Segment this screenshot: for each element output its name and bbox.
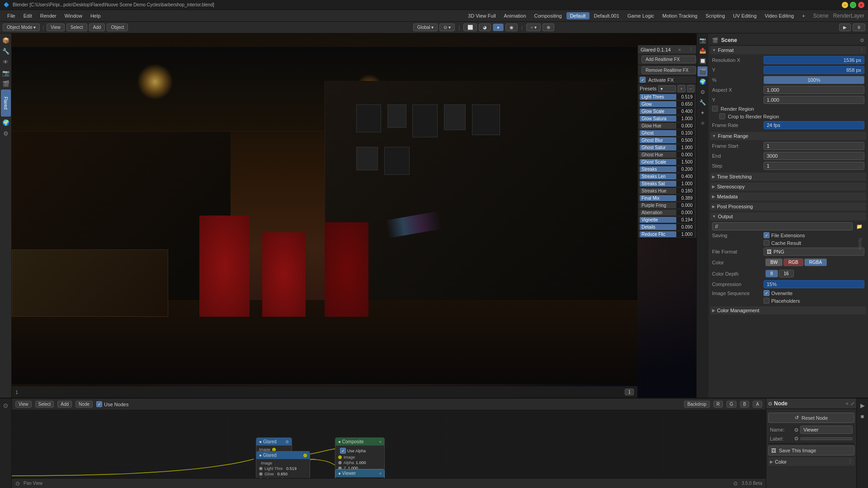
glared-row-label-9[interactable]: Ghost Scale <box>640 159 676 165</box>
node-canvas[interactable]: ● Glared ⚙ Image ● Glared <box>12 410 766 478</box>
view-icon[interactable]: 👁 <box>1 57 11 67</box>
menu-window[interactable]: Window <box>61 12 86 19</box>
glared-row-label-16[interactable]: Aberration <box>640 210 676 216</box>
color-rgba-button[interactable]: RGBA <box>804 258 827 266</box>
node-zoom-in-btn[interactable]: R <box>713 401 723 408</box>
glared-dots-icon[interactable]: ⋮ <box>689 47 693 52</box>
world-sidebar-icon[interactable]: 🌍 <box>1 117 11 127</box>
shading-solid[interactable]: ◕ <box>479 23 491 31</box>
glared-row-label-18[interactable]: Details <box>640 224 676 230</box>
composite-alpha-socket[interactable] <box>338 461 342 465</box>
prop-icon-physics[interactable]: ⚛ <box>698 118 708 128</box>
glared-row-label-14[interactable]: Final Mix <box>640 195 676 201</box>
scene-selector[interactable]: Scene <box>813 13 829 19</box>
glared-row-label-5[interactable]: Ghost <box>640 130 676 136</box>
workspace-animation[interactable]: Animation <box>500 12 530 19</box>
workspace-default001[interactable]: Default.001 <box>590 12 623 19</box>
glared-row-label-8[interactable]: Ghost Hue <box>640 152 676 158</box>
workspace-3dviewfull[interactable]: 3D View Full <box>464 12 500 19</box>
minimize-button[interactable]: − <box>842 2 848 8</box>
glared-row-label-6[interactable]: Ghost Blur <box>640 137 676 143</box>
res-pct-value[interactable]: 100% <box>764 76 864 84</box>
glared-row-label-11[interactable]: Streaks Len <box>640 174 676 179</box>
backdrop-btn[interactable]: Backdrop <box>684 401 709 408</box>
add-realtime-fx-button[interactable]: Add Realtime FX <box>642 56 696 63</box>
workspace-gamelogic[interactable]: Game Logic <box>624 12 658 19</box>
overlay-toggle[interactable]: ○ ▾ <box>526 23 541 31</box>
tool-icon[interactable]: 🔧 <box>1 46 11 56</box>
mode-selector[interactable]: Object Mode ▾ <box>3 23 40 31</box>
render-region-checkbox[interactable] <box>712 106 718 112</box>
color-management-header[interactable]: ▶ Color Management <box>710 306 866 314</box>
placeholders-checkbox[interactable] <box>764 298 769 304</box>
node-select-btn[interactable]: Select <box>35 401 54 408</box>
output-path-browse-icon[interactable]: 📁 <box>854 223 864 230</box>
glared-main-node[interactable]: ● Glared Image Light Thre 0.519 <box>256 451 310 478</box>
presets-dropdown[interactable]: ▾ <box>658 85 676 92</box>
cache-result-checkbox[interactable] <box>764 240 769 246</box>
glared-row-label-4[interactable]: Glow Hue <box>640 123 676 129</box>
glared-row-label-3[interactable]: Glow Satura <box>640 116 676 122</box>
node-node-btn[interactable]: Node <box>75 401 93 408</box>
depth-16-button[interactable]: 16 <box>779 270 794 277</box>
close-button[interactable]: × <box>858 2 864 8</box>
res-x-value[interactable]: 1536 px <box>764 56 864 64</box>
node-panel-close-icon[interactable]: × <box>846 401 849 406</box>
node-add-btn[interactable]: Add <box>57 401 72 408</box>
node-zoom-b-btn[interactable]: B <box>740 401 750 408</box>
frame-step-value[interactable]: 1 <box>764 162 864 170</box>
prop-icon-render[interactable]: 📷 <box>698 35 708 45</box>
snap-settings[interactable]: ⊙ ▾ <box>439 23 455 31</box>
save-this-image-button[interactable]: 🖼 Save This Image <box>768 446 854 455</box>
scene-sidebar-icon[interactable]: 🎬 <box>1 79 11 89</box>
pause-button[interactable]: ⏸ <box>853 23 865 31</box>
node-view-btn[interactable]: View <box>15 401 32 408</box>
misc-icon[interactable]: ⚙ <box>1 128 11 138</box>
maximize-button[interactable]: □ <box>850 2 856 8</box>
file-format-value[interactable]: 🖼 PNG <box>764 248 864 256</box>
render-sidebar-icon[interactable]: 📷 <box>1 68 11 78</box>
file-extensions-checkbox[interactable]: ✓ <box>764 232 769 238</box>
shading-render[interactable]: ◉ <box>505 23 518 31</box>
color-bw-button[interactable]: BW <box>765 258 783 266</box>
play-button[interactable]: ▶ <box>839 23 851 31</box>
prop-icon-modifier[interactable]: 🔧 <box>698 98 708 108</box>
time-stretching-header[interactable]: ▶ Time Stretching <box>710 173 866 181</box>
object-menu[interactable]: Object <box>107 23 128 31</box>
footer-icon-left[interactable]: ⊙ <box>15 480 20 487</box>
post-processing-header[interactable]: ▶ Post Processing <box>710 202 866 211</box>
glared-row-label-19[interactable]: Reduce Flic <box>640 231 676 237</box>
crop-render-checkbox[interactable] <box>719 113 725 119</box>
frame-end-value[interactable]: 3000 <box>764 152 864 160</box>
workspace-compositing[interactable]: Compositing <box>531 12 566 19</box>
node-name-value[interactable]: Viewer <box>800 426 853 434</box>
composite-image-in-socket[interactable] <box>338 455 342 459</box>
color-section-header[interactable]: ▶ Color ⋮ <box>768 457 854 466</box>
aspect-y-value[interactable]: 1.000 <box>764 96 864 104</box>
gizmo-toggle[interactable]: ⊕ <box>542 23 554 31</box>
view-menu[interactable]: View <box>47 23 65 31</box>
color-options-icon[interactable]: ⋮ <box>848 459 853 465</box>
frame-rate-value[interactable]: 24 fps <box>764 121 864 129</box>
stereoscopy-header[interactable]: ▶ Stereoscopy <box>710 183 866 191</box>
prop-icon-particles[interactable]: ✦ <box>698 108 708 118</box>
shading-material[interactable]: ● <box>493 23 504 31</box>
workspace-default[interactable]: Default <box>566 12 590 19</box>
node-sidebar-icon-1[interactable]: ⊙ <box>1 400 11 410</box>
compression-value[interactable]: 15% <box>764 280 864 288</box>
remove-realtime-fx-button[interactable]: Remove Realtime FX <box>642 66 696 74</box>
node-label-value[interactable] <box>800 437 853 440</box>
footer-icon-right[interactable]: ⊙ <box>733 480 738 487</box>
menu-help[interactable]: Help <box>87 12 104 19</box>
scene-settings-icon[interactable]: ⚙ <box>860 38 864 43</box>
prop-icon-view-layer[interactable]: 🔲 <box>698 56 708 66</box>
depth-8-button[interactable]: 8 <box>765 270 778 277</box>
glared-row-label-0[interactable]: Light Thres <box>640 94 676 100</box>
metadata-header[interactable]: ▶ Metadata <box>710 192 866 201</box>
right-strip-icon-2[interactable]: ■ <box>858 411 868 421</box>
activate-fx-checkbox[interactable]: ✓ <box>640 77 646 83</box>
workspace-motiontracking[interactable]: Motion Tracking <box>659 12 701 19</box>
color-rgb-button[interactable]: RGB <box>783 258 803 266</box>
frame-range-section-header[interactable]: ▼ Frame Range <box>710 132 866 140</box>
menu-render[interactable]: Render <box>37 12 60 19</box>
